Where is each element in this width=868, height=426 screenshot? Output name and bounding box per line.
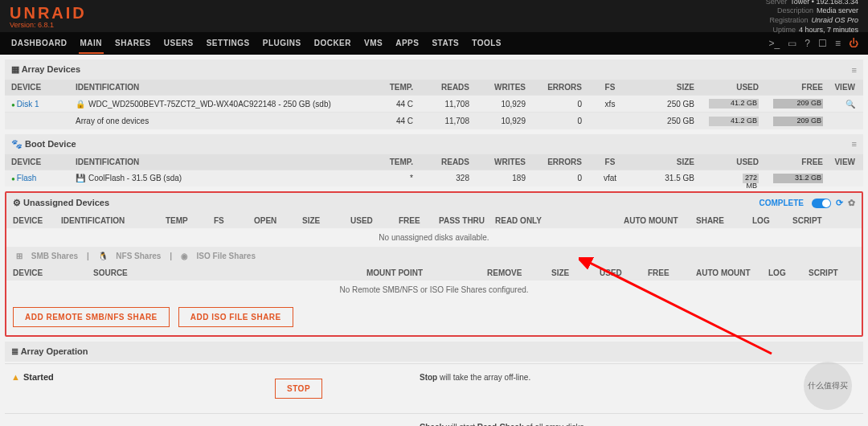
ud-settings-icon[interactable]: ✿ bbox=[848, 198, 855, 208]
add-smb-nfs-button[interactable]: ADD REMOTE SMB/NFS SHARE bbox=[13, 307, 170, 327]
nav-vms[interactable]: VMS bbox=[362, 34, 384, 54]
tab-nfs[interactable]: NFS Shares bbox=[116, 252, 161, 260]
nav-settings[interactable]: SETTINGS bbox=[205, 34, 252, 54]
nav-docker[interactable]: DOCKER bbox=[313, 34, 353, 54]
log-icon[interactable]: ≡ bbox=[835, 38, 841, 49]
power-icon[interactable]: ⏻ bbox=[849, 38, 858, 49]
tab-smb[interactable]: SMB Shares bbox=[31, 252, 78, 260]
nav-plugins[interactable]: PLUGINS bbox=[261, 34, 303, 54]
flash-row: ●Flash 💾CoolFlash - 31.5 GB (sda) * 328 … bbox=[5, 170, 863, 186]
system-info: ServerTower • 192.168.3.34 DescriptionMe… bbox=[766, 0, 858, 35]
nav-apps[interactable]: APPS bbox=[394, 34, 420, 54]
brand-logo: UNRAID bbox=[10, 4, 87, 23]
tab-iso[interactable]: ISO File Shares bbox=[197, 252, 256, 260]
ops-title: Array Operation bbox=[21, 346, 88, 356]
complete-toggle[interactable] bbox=[812, 199, 831, 208]
stop-button[interactable]: STOP bbox=[275, 379, 322, 399]
list-icon: ≣ bbox=[11, 346, 21, 356]
disc-icon: ◉ bbox=[181, 252, 188, 260]
array-summary-row: Array of one devices 44 C 11,708 10,929 … bbox=[5, 112, 863, 129]
help-icon[interactable]: ? bbox=[805, 38, 810, 49]
terminal-icon[interactable]: >_ bbox=[769, 38, 780, 49]
nav-main[interactable]: MAIN bbox=[79, 34, 104, 54]
boot-menu-icon[interactable]: ≡ bbox=[852, 139, 857, 149]
status-dot-icon: ● bbox=[11, 101, 15, 109]
disk-row: ●Disk 1 🔒WDC_WD2500BEVT-75ZCT2_WD-WX40AC… bbox=[5, 95, 863, 112]
disk1-link[interactable]: Disk 1 bbox=[17, 100, 39, 109]
nav-stats[interactable]: STATS bbox=[430, 34, 461, 54]
shares-empty: No Remote SMB/NFS or ISO File Shares con… bbox=[6, 281, 862, 299]
feedback-icon[interactable]: ▭ bbox=[788, 38, 796, 49]
status-dot-icon: ● bbox=[11, 175, 15, 182]
array-menu-icon[interactable]: ≡ bbox=[852, 65, 857, 75]
nav-dashboard[interactable]: DASHBOARD bbox=[10, 34, 69, 54]
windows-icon: ⊞ bbox=[16, 252, 23, 260]
nav-shares[interactable]: SHARES bbox=[113, 34, 153, 54]
view-icon[interactable]: 🔍 bbox=[845, 100, 855, 109]
array-status: Started bbox=[23, 372, 54, 382]
boot-title: Boot Device bbox=[25, 139, 76, 149]
nav-tools[interactable]: TOOLS bbox=[470, 34, 503, 54]
paw-icon: 🐾 bbox=[11, 139, 25, 149]
cog-icon: ⚙ bbox=[13, 198, 23, 207]
nav-users[interactable]: USERS bbox=[162, 34, 195, 54]
lock-icon: 🔒 bbox=[76, 100, 85, 109]
array-title: Array Devices bbox=[22, 64, 80, 74]
nav-tabs: DASHBOARD MAIN SHARES USERS SETTINGS PLU… bbox=[10, 34, 503, 54]
linux-icon: 🐧 bbox=[98, 252, 108, 260]
ud-title: Unassigned Devices bbox=[23, 198, 109, 207]
watermark: 什么值得买 bbox=[804, 362, 852, 410]
ud-empty: No unassigned disks available. bbox=[6, 228, 862, 247]
refresh-icon[interactable]: ⟳ bbox=[836, 198, 843, 208]
complete-label: COMPLETE bbox=[759, 199, 804, 207]
flash-link[interactable]: Flash bbox=[17, 174, 36, 182]
usb-icon: 💾 bbox=[76, 174, 85, 182]
add-iso-button[interactable]: ADD ISO FILE SHARE bbox=[178, 307, 293, 327]
warning-icon: ▲ bbox=[11, 372, 20, 382]
logo-block: UNRAID Version: 6.8.1 bbox=[10, 4, 87, 29]
hdd-icon: ▦ bbox=[11, 64, 22, 74]
info-icon[interactable]: ☐ bbox=[818, 38, 827, 49]
